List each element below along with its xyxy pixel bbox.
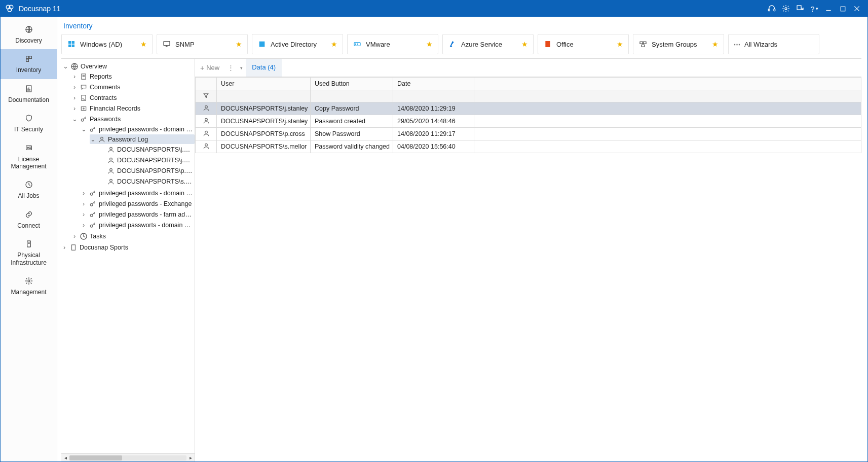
svg-rect-6 <box>797 6 801 10</box>
tile-label: All Wizards <box>744 41 814 48</box>
scroll-left-icon[interactable]: ◂ <box>61 454 69 462</box>
tile-azure[interactable]: Azure Service★ <box>442 34 534 54</box>
tile-system-groups[interactable]: System Groups★ <box>633 34 724 54</box>
tree-node[interactable]: ›Contracts <box>71 93 195 102</box>
tree-node[interactable]: DOCUSNAPSPORTS\s.mellor <box>99 176 195 186</box>
tree-node[interactable]: ›privileged passwords - domain adm <box>81 188 195 198</box>
tree-node[interactable]: ›Comments <box>71 82 195 92</box>
new-button-label: New <box>206 64 219 72</box>
nav-label: IT Security <box>14 126 43 133</box>
tile-snmp[interactable]: SNMP★ <box>157 34 248 54</box>
nav-item-license[interactable]: License Management <box>1 138 57 175</box>
tree-node[interactable]: ⌄privileged passwords - domain adm <box>81 124 195 134</box>
new-button[interactable]: + New <box>195 59 224 77</box>
column-header[interactable]: Date <box>393 78 474 90</box>
key-icon <box>89 210 97 219</box>
star-icon: ★ <box>140 40 147 48</box>
key-icon <box>89 125 97 133</box>
svg-rect-31 <box>72 45 74 47</box>
help-icon[interactable]: ? ▾ <box>808 2 821 15</box>
svg-point-60 <box>90 225 93 227</box>
cell-used-button: Password created <box>311 115 393 128</box>
tree-node[interactable]: DOCUSNAPSPORTS\j.stanley <box>99 155 195 165</box>
gear-icon[interactable] <box>779 2 792 15</box>
tree-node[interactable]: ›Financial Records <box>71 103 195 113</box>
svg-rect-14 <box>26 59 28 62</box>
headset-icon[interactable] <box>765 2 778 15</box>
tree-node[interactable]: ⌄Password Log <box>90 134 195 144</box>
monitor-icon <box>162 40 171 49</box>
nav-label: Management <box>11 289 46 296</box>
tree-node[interactable]: ›privileged passwords - Exchange <box>81 199 195 208</box>
tree-node[interactable]: ›Docusnap Sports <box>61 242 195 252</box>
nav-item-documentation[interactable]: Documentation <box>1 79 57 109</box>
table-row[interactable]: DOCUSNAPSPORTS\s.mellorPassword validity… <box>196 140 861 153</box>
svg-rect-28 <box>68 41 71 44</box>
tile-vmware[interactable]: VMware★ <box>347 34 438 54</box>
tree-node-overview[interactable]: ⌄Overview <box>62 61 195 71</box>
nav-item-it-security[interactable]: IT Security <box>1 109 57 138</box>
column-header[interactable]: User <box>217 78 311 90</box>
nav-item-inventory[interactable]: Inventory <box>1 49 57 79</box>
column-header[interactable]: Used Button <box>311 78 393 90</box>
tree-label: Tasks <box>90 233 106 240</box>
windows-icon <box>67 40 76 49</box>
tree-node[interactable]: ›Reports <box>71 72 195 81</box>
user-icon <box>196 115 217 128</box>
nav-item-management[interactable]: Management <box>1 271 57 301</box>
tree-node[interactable]: ⌄Passwords <box>71 114 195 124</box>
nav-item-connect[interactable]: Connect <box>1 205 57 234</box>
column-header[interactable] <box>196 78 217 90</box>
tab-data[interactable]: Data (4) <box>246 59 282 77</box>
tree-horizontal-scrollbar[interactable]: ◂ ▸ <box>61 453 195 461</box>
tree-view[interactable]: ⌄Overview›Reports›Comments›Contracts›Fin… <box>61 59 195 453</box>
tree-node[interactable]: ›privileged passwords - farm adminis <box>81 209 195 219</box>
data-grid[interactable]: UserUsed ButtonDate DOCUSNAPSPORTS\j.sta… <box>195 77 861 461</box>
section-title: Inventory <box>61 21 861 34</box>
table-row[interactable]: DOCUSNAPSPORTS\j.stanleyPassword created… <box>196 115 861 128</box>
filter-row[interactable] <box>196 90 861 102</box>
nav-item-all-jobs[interactable]: All Jobs <box>1 175 57 204</box>
tree-node[interactable]: ›Tasks <box>71 231 195 241</box>
vmware-icon <box>353 40 362 49</box>
shortcut-icon[interactable] <box>794 2 807 15</box>
svg-rect-39 <box>545 41 550 47</box>
dropdown-button[interactable]: ▾ <box>237 59 246 77</box>
star-icon: ★ <box>426 40 433 48</box>
svg-point-5 <box>785 8 787 10</box>
tree-label: Overview <box>81 63 107 70</box>
nav-item-physical[interactable]: Physical Infrastructure <box>1 234 57 271</box>
svg-rect-4 <box>774 9 775 11</box>
tile-all-wizards[interactable]: ⋯All Wizards <box>728 34 819 54</box>
key-icon <box>89 221 97 229</box>
clock-icon <box>23 179 34 190</box>
tree-node[interactable]: ›privileged passworts - domain admi <box>81 220 195 230</box>
tile-office[interactable]: Office★ <box>538 34 629 54</box>
user-icon <box>107 146 115 154</box>
nav-item-discovery[interactable]: Discovery <box>1 20 57 49</box>
user-icon <box>107 156 115 164</box>
cell-date: 14/08/2020 11:29:17 <box>393 128 474 140</box>
tree-node[interactable]: DOCUSNAPSPORTS\p.cross <box>99 166 195 175</box>
close-button[interactable] <box>850 2 863 15</box>
scroll-right-icon[interactable]: ▸ <box>186 454 195 462</box>
tree-node[interactable]: DOCUSNAPSPORTS\j.stanley <box>99 145 195 154</box>
table-row[interactable]: DOCUSNAPSPORTS\p.crossShow Password14/08… <box>196 128 861 140</box>
column-header[interactable] <box>474 78 861 90</box>
tree-label: privileged passwords - Exchange <box>99 200 192 207</box>
star-icon: ★ <box>331 40 337 48</box>
user-icon <box>196 128 217 140</box>
svg-point-49 <box>83 108 84 109</box>
tree-label: Comments <box>90 84 120 91</box>
tile-active-directory[interactable]: Active Directory★ <box>252 34 343 54</box>
left-nav: DiscoveryInventoryDocumentationIT Securi… <box>1 17 57 461</box>
tab-data-label: Data (4) <box>252 63 276 71</box>
minimize-button[interactable] <box>822 2 835 15</box>
tile-windows-ad[interactable]: Windows (AD)★ <box>61 34 153 54</box>
more-actions-button[interactable]: ⋮ <box>224 59 237 77</box>
filter-icon[interactable] <box>196 90 217 102</box>
app-title: Docusnap 11 <box>19 5 61 13</box>
table-row[interactable]: DOCUSNAPSPORTS\j.stanleyCopy Password14/… <box>196 102 861 115</box>
svg-point-59 <box>90 214 93 217</box>
maximize-button[interactable] <box>836 2 849 15</box>
